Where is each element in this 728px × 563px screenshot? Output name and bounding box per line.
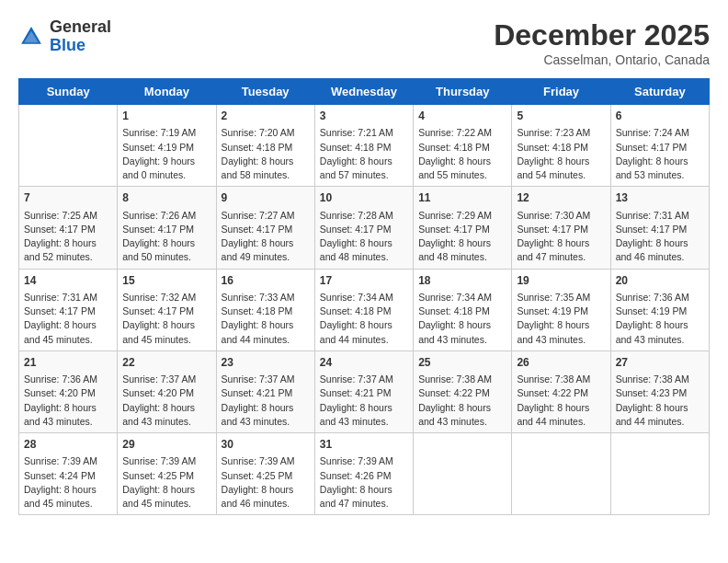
calendar-cell: 23Sunrise: 7:37 AMSunset: 4:21 PMDayligh… [216,350,314,432]
day-number: 28 [24,437,112,453]
cell-info: Sunrise: 7:23 AMSunset: 4:18 PMDaylight:… [517,126,605,182]
calendar-cell: 10Sunrise: 7:28 AMSunset: 4:17 PMDayligh… [314,187,413,269]
cell-info: Sunrise: 7:32 AMSunset: 4:17 PMDaylight:… [122,291,210,347]
day-header-wednesday: Wednesday [314,79,413,105]
cell-info: Sunrise: 7:37 AMSunset: 4:21 PMDaylight:… [320,373,408,429]
day-number: 1 [122,109,210,124]
day-header-sunday: Sunday [19,79,118,105]
cell-info: Sunrise: 7:37 AMSunset: 4:20 PMDaylight:… [122,373,210,429]
cell-info: Sunrise: 7:39 AMSunset: 4:24 PMDaylight:… [24,454,112,511]
location-subtitle: Casselman, Ontario, Canada [494,52,710,67]
day-number: 15 [122,273,210,289]
calendar-cell: 21Sunrise: 7:36 AMSunset: 4:20 PMDayligh… [19,350,118,432]
month-title: December 2025 [494,18,710,52]
cell-info: Sunrise: 7:39 AMSunset: 4:25 PMDaylight:… [222,454,310,511]
calendar-cell: 13Sunrise: 7:31 AMSunset: 4:17 PMDayligh… [610,187,709,269]
cell-info: Sunrise: 7:33 AMSunset: 4:18 PMDaylight:… [222,291,310,347]
calendar-cell: 1Sunrise: 7:19 AMSunset: 4:19 PMDaylight… [118,105,216,187]
week-row-3: 14Sunrise: 7:31 AMSunset: 4:17 PMDayligh… [19,269,710,350]
calendar-cell: 7Sunrise: 7:25 AMSunset: 4:17 PMDaylight… [19,187,118,269]
calendar-cell: 3Sunrise: 7:21 AMSunset: 4:18 PMDaylight… [314,105,413,187]
cell-info: Sunrise: 7:28 AMSunset: 4:17 PMDaylight:… [320,209,408,265]
day-number: 30 [222,437,310,453]
calendar-cell: 31Sunrise: 7:39 AMSunset: 4:26 PMDayligh… [314,433,413,515]
logo-text: General Blue [50,18,111,55]
day-number: 27 [616,355,704,371]
title-block: December 2025 Casselman, Ontario, Canada [494,18,710,67]
day-number: 5 [517,109,605,124]
day-number: 17 [320,273,408,289]
calendar-cell: 4Sunrise: 7:22 AMSunset: 4:18 PMDaylight… [414,105,512,187]
week-row-4: 21Sunrise: 7:36 AMSunset: 4:20 PMDayligh… [19,350,710,432]
day-number: 11 [418,190,506,206]
calendar-cell: 14Sunrise: 7:31 AMSunset: 4:17 PMDayligh… [19,269,118,350]
calendar-cell: 6Sunrise: 7:24 AMSunset: 4:17 PMDaylight… [610,105,709,187]
day-number: 18 [418,273,506,289]
calendar-cell: 30Sunrise: 7:39 AMSunset: 4:25 PMDayligh… [216,433,314,515]
cell-info: Sunrise: 7:30 AMSunset: 4:17 PMDaylight:… [517,209,605,265]
cell-info: Sunrise: 7:37 AMSunset: 4:21 PMDaylight:… [222,373,310,429]
day-number: 13 [616,190,704,206]
cell-info: Sunrise: 7:31 AMSunset: 4:17 PMDaylight:… [24,291,112,347]
day-header-saturday: Saturday [610,79,709,105]
cell-info: Sunrise: 7:38 AMSunset: 4:23 PMDaylight:… [616,373,704,429]
day-number: 23 [222,355,310,371]
calendar-cell: 11Sunrise: 7:29 AMSunset: 4:17 PMDayligh… [414,187,512,269]
week-row-2: 7Sunrise: 7:25 AMSunset: 4:17 PMDaylight… [19,187,710,269]
cell-info: Sunrise: 7:31 AMSunset: 4:17 PMDaylight:… [616,209,704,265]
cell-info: Sunrise: 7:35 AMSunset: 4:19 PMDaylight:… [517,291,605,347]
calendar-cell: 18Sunrise: 7:34 AMSunset: 4:18 PMDayligh… [414,269,512,350]
calendar-cell: 27Sunrise: 7:38 AMSunset: 4:23 PMDayligh… [610,350,709,432]
calendar-cell [610,433,709,515]
calendar-table: SundayMondayTuesdayWednesdayThursdayFrid… [18,78,710,515]
day-number: 4 [418,109,506,124]
day-number: 10 [320,190,408,206]
cell-info: Sunrise: 7:29 AMSunset: 4:17 PMDaylight:… [418,209,506,265]
day-number: 24 [320,355,408,371]
day-header-friday: Friday [512,79,610,105]
day-header-thursday: Thursday [414,79,512,105]
calendar-cell: 25Sunrise: 7:38 AMSunset: 4:22 PMDayligh… [414,350,512,432]
calendar-cell [414,433,512,515]
day-number: 19 [517,273,605,289]
logo-general: General [50,17,111,36]
cell-info: Sunrise: 7:34 AMSunset: 4:18 PMDaylight:… [320,291,408,347]
cell-info: Sunrise: 7:39 AMSunset: 4:26 PMDaylight:… [320,454,408,511]
cell-info: Sunrise: 7:36 AMSunset: 4:19 PMDaylight:… [616,291,704,347]
calendar-cell: 26Sunrise: 7:38 AMSunset: 4:22 PMDayligh… [512,350,610,432]
logo-icon [18,24,44,50]
week-row-5: 28Sunrise: 7:39 AMSunset: 4:24 PMDayligh… [19,433,710,515]
calendar-cell: 16Sunrise: 7:33 AMSunset: 4:18 PMDayligh… [216,269,314,350]
calendar-cell: 20Sunrise: 7:36 AMSunset: 4:19 PMDayligh… [610,269,709,350]
day-number: 12 [517,190,605,206]
day-number: 29 [122,437,210,453]
calendar-cell: 19Sunrise: 7:35 AMSunset: 4:19 PMDayligh… [512,269,610,350]
calendar-cell: 17Sunrise: 7:34 AMSunset: 4:18 PMDayligh… [314,269,413,350]
day-number: 14 [24,273,112,289]
day-header-monday: Monday [118,79,216,105]
cell-info: Sunrise: 7:34 AMSunset: 4:18 PMDaylight:… [418,291,506,347]
day-number: 9 [222,190,310,206]
day-number: 3 [320,109,408,124]
calendar-cell: 9Sunrise: 7:27 AMSunset: 4:17 PMDaylight… [216,187,314,269]
cell-info: Sunrise: 7:27 AMSunset: 4:17 PMDaylight:… [222,209,310,265]
calendar-cell: 8Sunrise: 7:26 AMSunset: 4:17 PMDaylight… [118,187,216,269]
day-header-tuesday: Tuesday [216,79,314,105]
cell-info: Sunrise: 7:19 AMSunset: 4:19 PMDaylight:… [122,126,210,182]
day-number: 22 [122,355,210,371]
day-number: 2 [222,109,310,124]
day-number: 20 [616,273,704,289]
logo-blue: Blue [50,36,85,54]
day-number: 26 [517,355,605,371]
day-number: 6 [616,109,704,124]
calendar-cell [19,105,118,187]
day-number: 25 [418,355,506,371]
cell-info: Sunrise: 7:26 AMSunset: 4:17 PMDaylight:… [122,209,210,265]
cell-info: Sunrise: 7:25 AMSunset: 4:17 PMDaylight:… [24,209,112,265]
day-number: 7 [24,190,112,206]
cell-info: Sunrise: 7:38 AMSunset: 4:22 PMDaylight:… [418,373,506,429]
day-number: 8 [122,190,210,206]
cell-info: Sunrise: 7:22 AMSunset: 4:18 PMDaylight:… [418,126,506,182]
cell-info: Sunrise: 7:39 AMSunset: 4:25 PMDaylight:… [122,454,210,511]
calendar-cell: 22Sunrise: 7:37 AMSunset: 4:20 PMDayligh… [118,350,216,432]
